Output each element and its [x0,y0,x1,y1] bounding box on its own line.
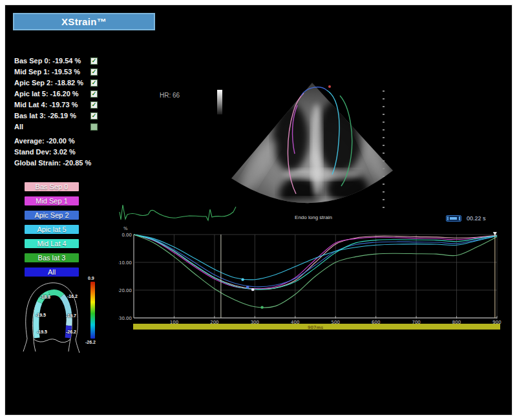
segment-button-bas-lat-3[interactable]: Bas lat 3 [25,253,79,262]
measurement-label: Apic Sep 2: -18.82 % [14,79,83,87]
strain-curve-apic-lat-5 [134,235,497,280]
y-axis-unit: % [123,226,128,231]
measurement-label: All [14,123,23,131]
measurement-checkbox[interactable]: ✓ [90,58,98,65]
bullseye-value: -16.2 [67,294,78,299]
apex-marker-dot [328,85,331,88]
global-strain-value: Global Strain: -20.85 % [14,159,91,167]
curve-marker-dot [260,306,263,308]
y-tick-label: -20.00 [118,288,132,293]
segment-button-apic-lat-5[interactable]: Apic lat 5 [25,225,79,234]
measurement-label: Bas lat 3: -26.19 % [14,112,76,120]
measurement-row: Mid Sep 1: -19.53 % ✓ [14,68,98,76]
average-value: Average: -20.00 % [14,137,91,145]
strain-chart-plot[interactable]: % 0.00-10.00-20.00-30.001002003004005006… [118,224,506,335]
xstrain-title-button[interactable]: XStrain™ [13,13,155,30]
measurement-checkbox[interactable] [90,123,98,131]
time-interval-icon [446,215,461,222]
bullseye-value: -19.7 [66,313,76,318]
strain-curve-bas-lat-3 [134,235,497,308]
y-tick-label: -10.00 [118,260,132,266]
depth-scale-dots [383,90,385,212]
timeline-duration-label: 907ms [308,325,323,330]
measurement-row: All [14,123,98,131]
measurement-checkbox[interactable]: ✓ [90,101,98,109]
y-tick-label: 0.00 [121,233,132,238]
legend-time-value: 00.22 s [467,215,486,222]
segment-button-apic-sep-2[interactable]: Apic Sep 2 [25,211,79,220]
app-frame: XStrain™ Bas Sep 0: -19.54 % ✓ Mid Sep 1… [0,0,517,420]
bullseye-value: -19.5 [36,313,46,317]
measurement-label: Apic lat 5: -16.20 % [14,90,79,98]
measurement-list: Bas Sep 0: -19.54 % ✓ Mid Sep 1: -19.53 … [14,57,98,131]
app-canvas: XStrain™ Bas Sep 0: -19.54 % ✓ Mid Sep 1… [5,5,512,415]
segment-button-mid-lat-4[interactable]: Mid Lat 4 [25,239,79,248]
measurement-row: Apic Sep 2: -18.82 % ✓ [14,79,98,87]
curve-marker-dot [246,286,249,288]
measurement-checkbox[interactable]: ✓ [90,79,98,87]
measurement-row: Mid Lat 4: -19.73 % ✓ [14,101,98,109]
bullseye-value: -26.2 [66,330,76,334]
strain-color-scale [90,282,95,339]
measurement-checkbox[interactable]: ✓ [90,68,98,76]
heart-rate-label: HR: 66 [160,92,180,99]
scale-max-label: 0.9 [88,276,94,280]
measurement-row: Bas Sep 0: -19.54 % ✓ [14,57,98,65]
chart-title: Endo long strain [249,215,378,220]
curve-marker-dot [251,288,254,291]
measurement-label: Mid Lat 4: -19.73 % [14,101,78,109]
curve-marker-dot [241,278,244,280]
bullseye-value: -18.8 [40,295,50,299]
segment-button-mid-sep-1[interactable]: Mid Sep 1 [25,196,79,205]
measurement-label: Bas Sep 0: -19.54 % [14,57,81,65]
ventricle-diagram: -18.8 -16.2 -19.5 -19.7 -19.5 -26.2 [18,279,90,358]
ecg-trace [118,202,238,226]
measurement-row: Apic lat 5: -16.20 % ✓ [14,90,98,98]
measurement-checkbox[interactable]: ✓ [90,90,98,98]
bullseye-value: -19.5 [37,330,47,334]
y-tick-label: -30.00 [118,316,132,321]
measurement-row: Bas lat 3: -26.19 % ✓ [14,112,98,120]
ultrasound-image [218,76,406,221]
segment-button-bas-sep-0[interactable]: Bas Sep 0 [25,182,79,191]
scale-min-label: -26.2 [85,340,96,344]
segment-button-all[interactable]: All [25,268,79,277]
stand-dev-value: Stand Dev: 3.02 % [14,148,91,156]
measurement-checkbox[interactable]: ✓ [90,112,98,120]
summary-block: Average: -20.00 % Stand Dev: 3.02 % Glob… [14,137,91,167]
measurement-label: Mid Sep 1: -19.53 % [14,68,80,76]
segment-button-column: Bas Sep 0 Mid Sep 1 Apic Sep 2 Apic lat … [25,182,79,277]
ventricle-outline-graphic [18,279,90,358]
